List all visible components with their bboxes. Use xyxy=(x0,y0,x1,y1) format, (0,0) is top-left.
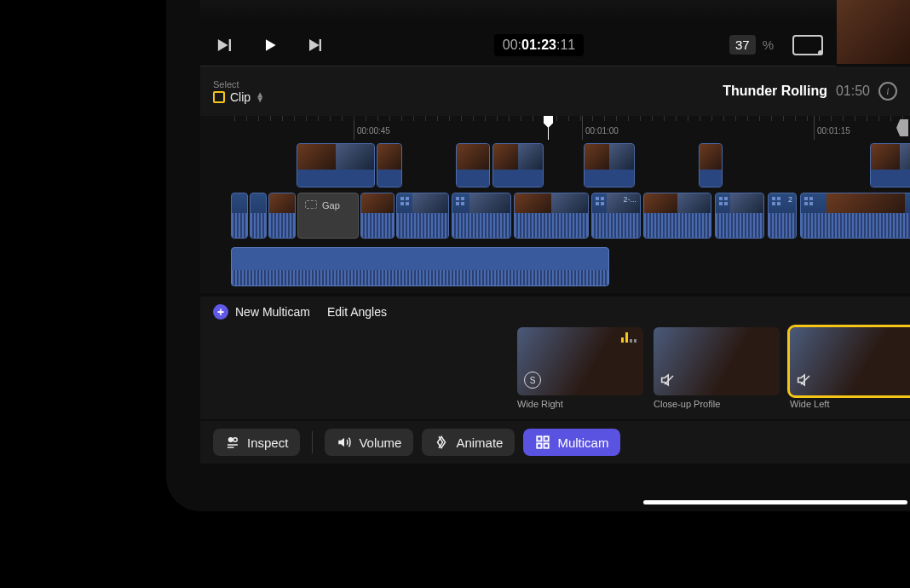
timeline-row-connected xyxy=(200,143,910,187)
timecode-main: 01:23 xyxy=(521,37,556,52)
timeline-clip[interactable] xyxy=(452,193,511,239)
timecode-display[interactable]: 00:01:23:11 xyxy=(494,34,584,56)
chevron-updown-icon: ▲▼ xyxy=(256,92,264,102)
fit-button[interactable] xyxy=(792,35,823,55)
timeline-clip[interactable] xyxy=(360,193,395,239)
timecode-suffix: :11 xyxy=(556,37,575,52)
timeline-header: Select Clip ▲▼ Thunder Rolling 01:50 i xyxy=(200,66,910,116)
svg-rect-4 xyxy=(228,444,238,446)
edit-angles-button[interactable]: Edit Angles xyxy=(327,305,387,319)
project-duration: 01:50 xyxy=(836,84,870,99)
angle-label: Wide Right xyxy=(517,399,643,409)
angle-label: Close-up Profile xyxy=(654,399,780,409)
clip-icon xyxy=(213,91,225,103)
timeline-clip[interactable] xyxy=(800,193,910,239)
inspect-button[interactable]: Inspect xyxy=(213,429,300,456)
svg-rect-9 xyxy=(544,444,549,448)
next-button[interactable] xyxy=(303,33,327,57)
prev-button[interactable] xyxy=(213,33,237,57)
timeline-clip[interactable]: 2 xyxy=(768,193,797,239)
animate-label: Animate xyxy=(456,435,503,450)
svg-rect-5 xyxy=(228,447,234,448)
timeline-clip[interactable] xyxy=(870,143,910,187)
multicam-label: Multicam xyxy=(557,435,608,450)
editor-window: 00:01:23:11 37 % Select Clip ▲▼ Thunder … xyxy=(166,0,910,511)
timeline-clip[interactable] xyxy=(699,143,723,187)
timeline-clip[interactable] xyxy=(643,193,711,239)
home-indicator[interactable] xyxy=(643,500,907,504)
angle-closeup-profile[interactable]: Close-up Profile xyxy=(654,327,780,419)
zoom-unit: % xyxy=(763,37,774,52)
zoom-control[interactable]: 37 % xyxy=(729,35,823,55)
inspect-label: Inspect xyxy=(247,435,288,450)
divider xyxy=(312,431,313,453)
inspect-icon xyxy=(225,435,240,450)
svg-rect-8 xyxy=(538,444,542,448)
ruler-tick: 00:01:00 xyxy=(582,116,619,140)
plus-icon: + xyxy=(213,304,228,320)
svg-rect-6 xyxy=(538,436,542,441)
timeline-clip[interactable] xyxy=(377,143,402,187)
gap-icon xyxy=(305,200,317,209)
multicam-icon xyxy=(535,435,550,450)
timeline-clip[interactable] xyxy=(268,193,296,239)
zoom-value: 37 xyxy=(729,35,756,55)
timeline-clip[interactable] xyxy=(396,193,449,239)
new-multicam-button[interactable]: + New Multicam xyxy=(213,304,310,320)
timeline-row-primary: Gap 2-... 2 xyxy=(200,193,910,239)
mute-icon xyxy=(797,372,814,389)
timeline-ruler[interactable]: 00:00:45 00:01:00 00:01:15 xyxy=(200,116,910,140)
clip-selector[interactable]: Clip ▲▼ xyxy=(213,90,264,104)
info-icon[interactable]: i xyxy=(878,82,897,101)
animate-button[interactable]: Animate xyxy=(422,429,515,456)
multicam-header: + New Multicam Edit Angles xyxy=(200,297,910,327)
clip-label: 2-... xyxy=(623,195,636,204)
project-info: Thunder Rolling 01:50 i xyxy=(723,82,897,101)
new-multicam-label: New Multicam xyxy=(235,305,310,319)
transport-bar: 00:01:23:11 37 % xyxy=(200,24,836,66)
svg-point-2 xyxy=(228,437,233,442)
project-name: Thunder Rolling xyxy=(723,84,827,99)
select-label: Select xyxy=(213,79,264,89)
audio-clip[interactable] xyxy=(231,247,609,286)
angle-wide-right[interactable]: S Wide Right xyxy=(517,327,643,419)
svg-point-3 xyxy=(233,438,238,442)
mute-icon xyxy=(660,372,677,389)
timeline-row-audio xyxy=(200,247,910,286)
drag-handle-icon[interactable] xyxy=(867,68,905,72)
angle-label: Wide Left xyxy=(790,399,910,409)
timeline-clip[interactable] xyxy=(492,143,544,187)
svg-rect-7 xyxy=(544,436,549,441)
gap-label: Gap xyxy=(322,200,340,210)
timeline-clip[interactable] xyxy=(715,193,764,239)
source-badge: S xyxy=(524,372,541,389)
volume-button[interactable]: Volume xyxy=(325,429,413,456)
bottom-toolbar: Inspect Volume Animate Multicam xyxy=(200,421,910,464)
timeline-clip[interactable]: 2-... xyxy=(591,193,641,239)
timeline-clip[interactable] xyxy=(456,143,490,187)
audio-levels-icon xyxy=(621,332,636,343)
timeline-clip[interactable] xyxy=(584,143,635,187)
clip-selector-label: Clip xyxy=(230,90,251,104)
multicam-angles: S Wide Right Close-up Profile Wide Left xyxy=(200,327,910,419)
gap-clip[interactable]: Gap xyxy=(297,193,359,239)
timeline[interactable]: Gap 2-... 2 xyxy=(200,140,910,293)
volume-icon xyxy=(337,435,352,450)
volume-label: Volume xyxy=(359,435,401,450)
timeline-clip[interactable] xyxy=(250,193,267,239)
ruler-tick: 00:00:45 xyxy=(354,116,390,140)
timeline-clip[interactable] xyxy=(297,143,375,187)
angle-wide-left[interactable]: Wide Left xyxy=(790,327,910,419)
timecode-prefix: 00: xyxy=(503,37,521,52)
multicam-button[interactable]: Multicam xyxy=(523,429,620,456)
animate-icon xyxy=(434,435,449,450)
timeline-clip[interactable] xyxy=(231,193,248,239)
play-button[interactable] xyxy=(258,33,282,57)
timeline-clip[interactable] xyxy=(514,193,589,239)
viewer-area xyxy=(200,0,910,24)
pip-thumbnail[interactable] xyxy=(837,0,910,64)
